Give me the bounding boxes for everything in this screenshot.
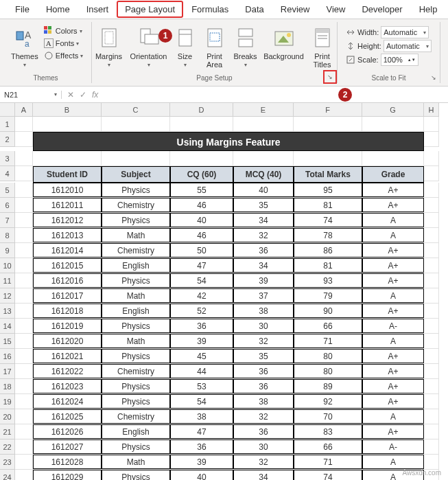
table-cell[interactable]: A+ xyxy=(362,379,424,393)
table-cell[interactable]: 89 xyxy=(294,379,362,393)
tab-data[interactable]: Data xyxy=(237,0,272,19)
table-cell[interactable]: 1612012 xyxy=(33,213,102,227)
table-cell[interactable]: 34 xyxy=(233,258,294,273)
table-cell[interactable]: English xyxy=(102,424,170,439)
cell[interactable] xyxy=(15,288,33,304)
table-cell[interactable]: 71 xyxy=(294,455,362,469)
table-cell[interactable]: 50 xyxy=(170,243,233,258)
table-cell[interactable]: 1612026 xyxy=(33,424,102,439)
print-titles-button[interactable]: Print Titles xyxy=(308,24,337,71)
cell[interactable] xyxy=(15,439,33,455)
table-cell[interactable]: A xyxy=(362,213,424,227)
table-cell[interactable]: A xyxy=(362,334,424,348)
table-cell[interactable]: 52 xyxy=(170,304,233,318)
title-cell[interactable]: Using Margins Feature xyxy=(33,132,424,151)
name-box[interactable]: N21▾ xyxy=(0,91,62,99)
cell[interactable] xyxy=(15,132,33,147)
select-all-corner[interactable] xyxy=(0,103,15,117)
table-cell[interactable]: 1612029 xyxy=(33,470,102,480)
table-cell[interactable]: 32 xyxy=(233,334,294,348)
table-cell[interactable]: Physics xyxy=(102,470,170,480)
cell[interactable] xyxy=(424,349,439,364)
table-cell[interactable]: Math xyxy=(102,288,170,303)
table-cell[interactable]: Physics xyxy=(102,349,170,363)
margins-button[interactable]: Margins▾ xyxy=(93,24,126,70)
table-cell[interactable]: Physics xyxy=(102,213,170,227)
cell[interactable] xyxy=(15,349,33,364)
row-header[interactable]: 23 xyxy=(0,455,15,470)
row-header[interactable]: 20 xyxy=(0,409,15,424)
cell[interactable] xyxy=(424,288,439,304)
cell[interactable] xyxy=(15,304,33,319)
col-header-A[interactable]: A xyxy=(15,103,33,117)
table-cell[interactable]: 37 xyxy=(233,288,294,303)
col-header-D[interactable]: D xyxy=(170,103,233,117)
cell[interactable] xyxy=(424,455,439,470)
tab-developer[interactable]: Developer xyxy=(353,0,410,19)
table-cell[interactable]: A+ xyxy=(362,394,424,409)
cell[interactable] xyxy=(424,243,439,258)
table-cell[interactable]: A+ xyxy=(362,258,424,273)
table-cell[interactable]: A- xyxy=(362,319,424,333)
table-cell[interactable]: 36 xyxy=(233,424,294,439)
table-cell[interactable]: A+ xyxy=(362,304,424,318)
fx-icon[interactable]: fx xyxy=(92,90,98,100)
cell[interactable] xyxy=(15,334,33,349)
cell[interactable] xyxy=(15,319,33,334)
table-header[interactable]: CQ (60) xyxy=(170,166,233,183)
table-cell[interactable]: 38 xyxy=(233,394,294,409)
cell[interactable] xyxy=(424,151,439,166)
table-header[interactable]: Grade xyxy=(362,166,424,183)
row-header[interactable]: 8 xyxy=(0,228,15,243)
cell[interactable] xyxy=(424,319,439,334)
table-cell[interactable]: 79 xyxy=(294,288,362,303)
table-cell[interactable]: A+ xyxy=(362,243,424,258)
cell[interactable] xyxy=(15,243,33,258)
table-cell[interactable]: 45 xyxy=(170,349,233,363)
table-cell[interactable]: 1612015 xyxy=(33,258,102,273)
cell[interactable] xyxy=(102,117,170,132)
table-cell[interactable]: 34 xyxy=(233,213,294,227)
table-cell[interactable]: 38 xyxy=(233,304,294,318)
cell[interactable] xyxy=(170,117,233,132)
row-header[interactable]: 1 xyxy=(0,117,15,132)
table-cell[interactable]: 36 xyxy=(233,364,294,378)
table-cell[interactable]: 54 xyxy=(170,273,233,288)
table-header[interactable]: Student ID xyxy=(33,166,102,183)
row-header[interactable]: 24 xyxy=(0,470,15,480)
cell[interactable] xyxy=(15,258,33,273)
row-header[interactable]: 3 xyxy=(0,151,15,166)
table-cell[interactable]: A+ xyxy=(362,273,424,288)
row-header[interactable]: 2 xyxy=(0,132,15,147)
table-cell[interactable]: Math xyxy=(102,228,170,242)
cell[interactable] xyxy=(15,213,33,228)
table-cell[interactable]: 1612017 xyxy=(33,288,102,303)
cell[interactable] xyxy=(15,117,33,132)
table-cell[interactable]: 1612020 xyxy=(33,334,102,348)
table-cell[interactable]: 39 xyxy=(170,334,233,348)
table-cell[interactable]: Chemistry xyxy=(102,409,170,424)
spreadsheet-grid[interactable]: ABCDEFGH12Using Margins Feature34Student… xyxy=(0,103,448,480)
scale-input[interactable]: 100%▲▼ xyxy=(381,54,418,66)
table-cell[interactable]: A+ xyxy=(362,349,424,363)
tab-help[interactable]: Help xyxy=(411,0,446,19)
col-header-C[interactable]: C xyxy=(102,103,170,117)
cell[interactable] xyxy=(15,470,33,480)
row-header[interactable]: 11 xyxy=(0,273,15,288)
cell[interactable] xyxy=(15,364,33,379)
print-area-button[interactable]: Print Area xyxy=(201,24,228,71)
table-cell[interactable]: Physics xyxy=(102,394,170,409)
cell[interactable] xyxy=(424,424,439,439)
table-cell[interactable]: Physics xyxy=(102,439,170,454)
table-cell[interactable]: A xyxy=(362,455,424,469)
table-cell[interactable]: 74 xyxy=(294,213,362,227)
table-cell[interactable]: Physics xyxy=(102,379,170,393)
table-cell[interactable]: 39 xyxy=(170,455,233,469)
cell[interactable] xyxy=(424,258,439,273)
table-cell[interactable]: 1612011 xyxy=(33,198,102,212)
table-cell[interactable]: 44 xyxy=(170,364,233,378)
table-cell[interactable]: 36 xyxy=(233,243,294,258)
table-cell[interactable]: A+ xyxy=(362,198,424,212)
table-cell[interactable]: 40 xyxy=(233,183,294,197)
row-header[interactable]: 13 xyxy=(0,304,15,319)
